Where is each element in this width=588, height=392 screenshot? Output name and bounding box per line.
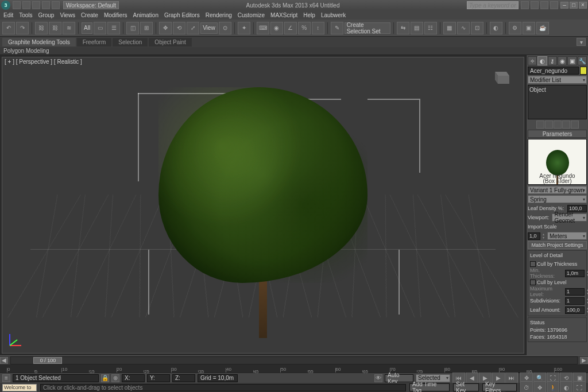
nav-maximize-icon[interactable]: ⛶ (573, 381, 586, 392)
ribbon-tab-selection[interactable]: Selection (113, 38, 148, 46)
ribbon-panel-label[interactable]: Polygon Modeling (0, 47, 588, 55)
menu-rendering[interactable]: Rendering (206, 12, 232, 18)
pivot-center-icon[interactable]: ⊙ (219, 22, 231, 34)
subdivisions-spinner[interactable]: 1 (565, 297, 585, 305)
selection-lock-icon[interactable]: 🔒 (101, 374, 109, 382)
schematic-view-icon[interactable]: ⊡ (471, 22, 483, 34)
viewport-mode-dropdown[interactable]: Render Geomet (552, 214, 587, 222)
menu-customize[interactable]: Customize (238, 12, 265, 18)
track-bar-toggle-icon[interactable]: ≡ (2, 374, 10, 382)
ref-coord-system[interactable]: View (200, 22, 218, 34)
configure-sets-icon[interactable] (571, 121, 579, 129)
select-object-icon[interactable]: ▭ (94, 22, 106, 34)
select-manipulate-icon[interactable]: ✦ (238, 22, 250, 34)
menu-animation[interactable]: Animation (133, 12, 158, 18)
workspace-selector[interactable]: Workspace: Default (63, 1, 119, 9)
set-key-button[interactable]: Set Key (453, 383, 479, 391)
qat-undo-icon[interactable] (42, 1, 50, 9)
modifier-stack[interactable]: Object (528, 85, 587, 119)
nav-fov-icon[interactable]: ◐ (560, 381, 572, 392)
time-config-icon[interactable]: ⏱ (520, 381, 533, 392)
keyboard-shortcut-icon[interactable]: ⌨ (257, 22, 269, 34)
render-setup-icon[interactable]: ⚙ (509, 22, 521, 34)
scene-tree-object[interactable] (158, 87, 367, 339)
menu-edit[interactable]: Edit (3, 12, 13, 18)
nav-walk-icon[interactable]: 🚶 (547, 381, 559, 392)
cp-hierarchy-icon[interactable]: ⚷ (548, 56, 557, 65)
percent-snap-icon[interactable]: % (298, 22, 311, 34)
layers-icon[interactable]: ☷ (424, 22, 437, 34)
undo-icon[interactable]: ↶ (2, 22, 15, 34)
coord-z[interactable]: Z: (172, 374, 195, 382)
cp-create-icon[interactable]: ✧ (528, 56, 537, 65)
min-thickness-spinner[interactable]: 1,0m (565, 270, 585, 277)
viewport-label[interactable]: [ + ] [ Perspective ] [ Realistic ] (5, 59, 82, 65)
time-slider-handle[interactable]: 0 / 100 (33, 357, 62, 364)
menu-help[interactable]: Help (303, 12, 315, 18)
remove-modifier-icon[interactable] (562, 121, 570, 129)
coord-y[interactable]: Y: (147, 374, 170, 382)
render-frame-icon[interactable]: ▣ (523, 22, 535, 34)
window-crossing-icon[interactable]: ⊞ (140, 22, 153, 34)
ribbon-tab-freeform[interactable]: Freeform (77, 38, 112, 46)
show-end-result-icon[interactable] (545, 121, 553, 129)
pin-stack-icon[interactable] (536, 121, 544, 129)
rollout-parameters[interactable]: Parameters (528, 130, 587, 138)
viewport[interactable]: [ + ] [ Perspective ] [ Realistic ] (2, 57, 524, 354)
select-scale-icon[interactable]: ⤢ (187, 22, 199, 34)
timeline-left-icon[interactable]: ◀ (0, 357, 8, 364)
named-selection-set[interactable]: Create Selection Set (345, 22, 390, 34)
isolate-icon[interactable]: 👁 (374, 374, 382, 382)
coord-x[interactable]: X: (122, 374, 145, 382)
qat-open-icon[interactable] (22, 1, 30, 9)
menu-create[interactable]: Create (81, 12, 98, 18)
match-project-button[interactable]: Match Project Settings (528, 241, 587, 249)
menu-views[interactable]: Views (60, 12, 75, 18)
qat-redo-icon[interactable] (52, 1, 60, 9)
modifier-list-dropdown[interactable]: Modifier List (528, 76, 587, 84)
object-color-swatch[interactable] (580, 67, 587, 75)
key-filters-button[interactable]: Key Filters... (482, 383, 517, 391)
object-name-field[interactable]: Acer_negundo (528, 67, 579, 75)
menu-modifiers[interactable]: Modifiers (104, 12, 127, 18)
qat-new-icon[interactable] (13, 1, 21, 9)
graphite-toggle-icon[interactable]: ▦ (443, 22, 456, 34)
select-move-icon[interactable]: ✥ (159, 22, 172, 34)
make-unique-icon[interactable] (554, 121, 562, 129)
menu-graph-editors[interactable]: Graph Editors (164, 12, 200, 18)
time-slider[interactable]: 0 / 100 (10, 356, 578, 364)
maximize-button[interactable]: □ (570, 2, 578, 9)
ribbon-tab-graphite[interactable]: Graphite Modeling Tools (2, 38, 76, 46)
qat-save-icon[interactable] (32, 1, 40, 9)
render-production-icon[interactable]: ☕ (536, 22, 549, 34)
cull-level-checkbox[interactable] (530, 280, 536, 285)
time-ruler[interactable]: 0 5 10 15 20 25 30 35 40 45 50 55 60 65 … (0, 364, 588, 372)
cp-motion-icon[interactable]: ◉ (558, 56, 567, 65)
align-icon[interactable]: ▤ (411, 22, 423, 34)
select-name-icon[interactable]: ☰ (107, 22, 120, 34)
help-icon[interactable] (550, 1, 558, 9)
favorites-icon[interactable] (540, 1, 548, 9)
cp-utilities-icon[interactable]: 🔧 (578, 56, 587, 65)
minimize-button[interactable]: – (560, 2, 568, 9)
import-scale-unit-dropdown[interactable]: Meters (547, 232, 587, 240)
cp-modify-icon[interactable]: ◐ (537, 56, 547, 65)
nav-pan-icon[interactable]: ✥ (533, 381, 546, 392)
season-dropdown[interactable]: Spring (528, 195, 587, 203)
maxscript-listener[interactable]: Welcome to M (2, 384, 37, 391)
signin-icon[interactable] (531, 1, 539, 9)
infocenter-icon[interactable] (521, 1, 529, 9)
link-icon[interactable]: ⛓ (35, 22, 48, 34)
unlink-icon[interactable]: ⛓ (49, 22, 61, 34)
select-rotate-icon[interactable]: ⟲ (173, 22, 185, 34)
key-mode-dropdown[interactable]: Selected (416, 374, 450, 382)
cull-thickness-checkbox[interactable] (530, 261, 536, 267)
absolute-transform-icon[interactable]: ⊕ (111, 374, 119, 382)
variant-dropdown[interactable]: Variant 1 Fully-grown (528, 186, 587, 194)
angle-snap-icon[interactable]: ∠ (284, 22, 297, 34)
material-editor-icon[interactable]: ◐ (490, 22, 502, 34)
selection-filter[interactable]: All (82, 22, 92, 34)
menu-laubwerk[interactable]: Laubwerk (321, 12, 346, 18)
close-button[interactable]: × (579, 2, 587, 9)
menu-group[interactable]: Group (38, 12, 55, 18)
